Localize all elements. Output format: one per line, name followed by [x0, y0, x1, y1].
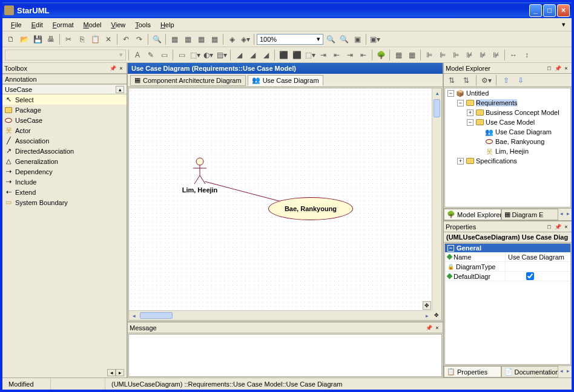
tool-directed-association[interactable]: ↗DirectedAssociation [2, 146, 127, 156]
expand-icon[interactable]: − [467, 119, 473, 126]
diagram-canvas[interactable]: Lim, Heejin Bae, Rankyoung ▴ ◂▸ ✥ ✥ [128, 88, 442, 321]
tab-documentation[interactable]: 📄Documentation [501, 366, 559, 377]
tool-package[interactable]: Package [2, 105, 127, 115]
properties-grid[interactable]: −General Name Use Case Diagram 🔒DiagramT… [444, 243, 571, 365]
print-button[interactable]: 🖶 [45, 33, 57, 45]
menu-overflow-icon[interactable]: ▾ [559, 21, 568, 28]
default-diagram-checkbox[interactable] [526, 272, 534, 280]
tool-extend[interactable]: ⇠Extend [2, 187, 127, 197]
tool-association[interactable]: ╱Association [2, 136, 127, 146]
minimize-button[interactable]: _ [529, 4, 542, 17]
menu-tools[interactable]: Tools [130, 20, 156, 30]
pin-icon[interactable]: 📌 [554, 65, 561, 72]
tab-right-icon[interactable]: ▸ [565, 209, 572, 218]
pan-icon[interactable]: ✥ [423, 301, 431, 310]
expand-icon[interactable]: − [457, 100, 464, 106]
maximize-button[interactable]: □ [543, 4, 556, 17]
redo-button[interactable]: ↷ [133, 33, 145, 45]
tab-left-icon[interactable]: ◂ [558, 209, 565, 218]
menu-edit[interactable]: Edit [27, 20, 48, 30]
menu-file[interactable]: File [6, 20, 27, 30]
vertical-scrollbar[interactable]: ▴ [432, 88, 441, 310]
opt7-button[interactable]: ▣▾ [369, 33, 381, 45]
tab-model-explorer[interactable]: 🌳Model Explorer [444, 209, 501, 220]
close-panel-icon[interactable]: × [562, 65, 570, 72]
property-row-type[interactable]: 🔒DiagramType [445, 262, 570, 272]
actor-lim-heejin[interactable]: Lim, Heejin [189, 157, 211, 194]
tab-use-case[interactable]: 👥Use Case Diagram [248, 75, 323, 86]
me-filter-button[interactable]: ⚙▾ [480, 74, 492, 87]
menu-model[interactable]: Model [79, 20, 107, 30]
scroll-right-icon[interactable]: ▸ [116, 369, 124, 376]
me-sort2-button[interactable]: ⇅ [460, 74, 472, 87]
close-panel-icon[interactable]: × [117, 65, 125, 72]
close-panel-icon[interactable]: × [562, 223, 570, 230]
me-sort1-button[interactable]: ⇅ [446, 74, 458, 87]
expand-icon[interactable]: − [447, 90, 454, 97]
tab-component-arch[interactable]: ▦Component Architecture Diagram [130, 75, 246, 86]
tree-button[interactable]: 🌳 [375, 49, 387, 61]
menu-format[interactable]: Format [48, 20, 79, 30]
tool-usecase[interactable]: UseCase [2, 115, 127, 125]
copy-button[interactable]: ⎘ [76, 33, 88, 45]
max-panel-icon[interactable]: □ [546, 223, 553, 230]
scroll-corner-icon[interactable]: ✥ [432, 310, 441, 320]
tree-node-requirements[interactable]: Requirements [476, 99, 517, 106]
undo-button[interactable]: ↶ [120, 33, 132, 45]
tree-node-bae[interactable]: Bae, Rankyoung [495, 138, 544, 145]
horizontal-scrollbar[interactable]: ◂▸ [129, 310, 432, 320]
expand-icon[interactable]: + [467, 109, 473, 116]
tree-node-spec[interactable]: Specifications [476, 157, 517, 165]
paste-button[interactable]: 📋 [89, 33, 101, 45]
tree-node-ucd[interactable]: Use Case Diagram [495, 128, 552, 136]
max-panel-icon[interactable]: □ [546, 65, 553, 72]
new-button[interactable]: 🗋 [5, 33, 17, 45]
opt2-button[interactable]: ▦ [182, 33, 194, 45]
pin-icon[interactable]: 📌 [425, 324, 432, 332]
titlebar[interactable]: StarUML _ □ × [2, 2, 572, 18]
opt5-button[interactable]: ◈ [226, 33, 238, 45]
tab-right-icon[interactable]: ▸ [565, 366, 572, 376]
tab-diagram-explorer[interactable]: ▦Diagram E [501, 209, 559, 220]
zoom-fit-button[interactable]: ▣ [351, 33, 363, 45]
property-row-name[interactable]: Name Use Case Diagram [445, 252, 570, 262]
cut-button[interactable]: ✂ [62, 33, 74, 45]
me-down-button[interactable]: ⇩ [515, 74, 527, 87]
save-button[interactable]: 💾 [31, 33, 44, 45]
scroll-left-icon[interactable]: ◂ [107, 369, 116, 376]
tree-node-ucm[interactable]: Use Case Model [486, 119, 535, 126]
font-combo[interactable]: ▾ [5, 50, 126, 60]
usecase-bae-rankyoung[interactable]: Bae, Rankyoung [268, 197, 353, 220]
property-category-general[interactable]: −General [445, 244, 570, 252]
tool-select[interactable]: ↖Select [2, 94, 127, 105]
toolbox-group-usecase[interactable]: UseCase▴ [2, 84, 127, 94]
opt6-button[interactable]: ◈▾ [239, 33, 251, 45]
tab-properties[interactable]: 📋Properties [444, 366, 501, 377]
expand-icon[interactable]: + [457, 158, 464, 165]
tool-generalization[interactable]: △Generalization [2, 156, 127, 166]
tool-actor[interactable]: 옷Actor [2, 125, 127, 136]
tool-include[interactable]: ⇢Include [2, 177, 127, 187]
opt3-button[interactable]: ▦ [195, 33, 207, 45]
toolbox-group-annotation[interactable]: Annotation [2, 74, 127, 84]
tree-node-bcm[interactable]: Business Concept Model [486, 109, 559, 116]
close-button[interactable]: × [557, 4, 570, 17]
message-body[interactable] [128, 334, 442, 377]
property-row-default[interactable]: DefaultDiagr [445, 272, 570, 281]
menu-help[interactable]: Help [156, 20, 179, 30]
zoom-out-button[interactable]: 🔍 [325, 33, 337, 45]
delete-button[interactable]: ✕ [102, 33, 114, 45]
tree-node-lim[interactable]: Lim, Heejin [495, 148, 529, 155]
tool-dependency[interactable]: ⇢Dependency [2, 166, 127, 177]
open-button[interactable]: 📂 [18, 33, 30, 45]
close-panel-icon[interactable]: × [434, 324, 441, 332]
tool-system-boundary[interactable]: ▭System Boundary [2, 197, 127, 207]
tab-left-icon[interactable]: ◂ [558, 366, 565, 376]
menu-view[interactable]: View [107, 20, 131, 30]
model-explorer-tree[interactable]: −📦Untitled −Requirements +Business Conce… [444, 88, 571, 207]
pin-icon[interactable]: 📌 [109, 65, 116, 72]
opt1-button[interactable]: ▦ [168, 33, 180, 45]
zoom-in-button[interactable]: 🔍 [338, 33, 350, 45]
find-button[interactable]: 🔍 [151, 33, 163, 45]
opt4-button[interactable]: ▦ [208, 33, 220, 45]
